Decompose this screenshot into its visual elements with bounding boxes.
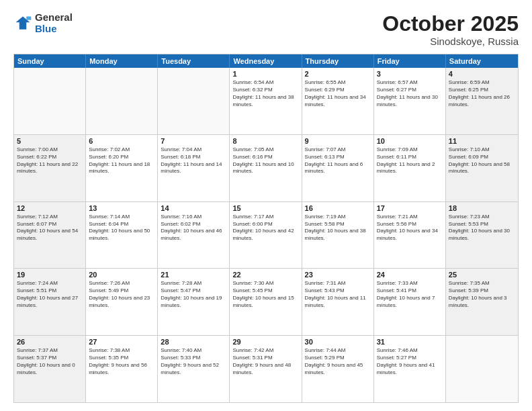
day-number: 21 [161, 271, 226, 279]
cell-info: Sunrise: 6:54 AM Sunset: 6:32 PM Dayligh… [232, 79, 298, 108]
cell-info: Sunrise: 7:33 AM Sunset: 5:41 PM Dayligh… [377, 280, 443, 309]
cell-info: Sunrise: 7:14 AM Sunset: 6:04 PM Dayligh… [89, 214, 154, 242]
day-number: 14 [161, 204, 226, 212]
calendar-cell: 14Sunrise: 7:16 AM Sunset: 6:02 PM Dayli… [158, 202, 230, 269]
cell-info: Sunrise: 7:31 AM Sunset: 5:43 PM Dayligh… [305, 280, 371, 309]
calendar-cell [86, 68, 158, 134]
day-number: 28 [161, 338, 226, 346]
calendar-cell: 22Sunrise: 7:30 AM Sunset: 5:45 PM Dayli… [230, 269, 302, 335]
calendar-cell: 5Sunrise: 7:00 AM Sunset: 6:22 PM Daylig… [14, 135, 86, 201]
calendar-body: 1Sunrise: 6:54 AM Sunset: 6:32 PM Daylig… [14, 68, 518, 402]
cell-info: Sunrise: 7:02 AM Sunset: 6:20 PM Dayligh… [89, 146, 154, 175]
day-number: 15 [232, 204, 298, 212]
calendar-cell [446, 336, 518, 402]
calendar-cell: 15Sunrise: 7:17 AM Sunset: 6:00 PM Dayli… [230, 202, 302, 269]
calendar-cell: 30Sunrise: 7:44 AM Sunset: 5:29 PM Dayli… [302, 336, 374, 402]
day-number: 1 [232, 70, 298, 78]
day-number: 12 [17, 204, 83, 212]
cell-info: Sunrise: 7:16 AM Sunset: 6:02 PM Dayligh… [161, 214, 226, 242]
header: General Blue October 2025 Sinodskoye, Ru… [13, 12, 519, 47]
day-number: 18 [449, 204, 515, 212]
day-number: 17 [377, 204, 443, 212]
cell-info: Sunrise: 7:19 AM Sunset: 5:58 PM Dayligh… [305, 214, 371, 242]
logo-general: General [35, 12, 73, 24]
logo-blue: Blue [35, 24, 73, 35]
calendar-cell: 21Sunrise: 7:28 AM Sunset: 5:47 PM Dayli… [158, 269, 230, 335]
cell-info: Sunrise: 7:12 AM Sunset: 6:07 PM Dayligh… [17, 214, 83, 242]
calendar-cell: 19Sunrise: 7:24 AM Sunset: 5:51 PM Dayli… [14, 269, 86, 335]
day-number: 23 [305, 271, 371, 279]
calendar-cell: 16Sunrise: 7:19 AM Sunset: 5:58 PM Dayli… [302, 202, 374, 269]
day-number: 8 [232, 137, 298, 145]
calendar-cell: 2Sunrise: 6:55 AM Sunset: 6:29 PM Daylig… [302, 68, 374, 134]
cell-info: Sunrise: 7:24 AM Sunset: 5:51 PM Dayligh… [17, 280, 83, 309]
calendar-row: 19Sunrise: 7:24 AM Sunset: 5:51 PM Dayli… [14, 268, 518, 335]
calendar-row: 12Sunrise: 7:12 AM Sunset: 6:07 PM Dayli… [14, 201, 518, 269]
calendar-cell: 6Sunrise: 7:02 AM Sunset: 6:20 PM Daylig… [86, 135, 158, 201]
calendar-cell: 28Sunrise: 7:40 AM Sunset: 5:33 PM Dayli… [158, 336, 230, 402]
calendar-cell: 9Sunrise: 7:07 AM Sunset: 6:13 PM Daylig… [302, 135, 374, 201]
day-number: 10 [377, 137, 443, 145]
cell-info: Sunrise: 7:23 AM Sunset: 5:53 PM Dayligh… [449, 214, 515, 242]
weekday-header: Thursday [302, 54, 374, 68]
calendar: SundayMondayTuesdayWednesdayThursdayFrid… [13, 54, 519, 403]
logo: General Blue [13, 12, 73, 34]
calendar-cell [158, 68, 230, 134]
calendar-cell: 25Sunrise: 7:35 AM Sunset: 5:39 PM Dayli… [446, 269, 518, 335]
calendar-cell: 31Sunrise: 7:46 AM Sunset: 5:27 PM Dayli… [374, 336, 446, 402]
cell-info: Sunrise: 7:17 AM Sunset: 6:00 PM Dayligh… [232, 214, 298, 242]
day-number: 5 [17, 137, 83, 145]
calendar-row: 1Sunrise: 6:54 AM Sunset: 6:32 PM Daylig… [14, 68, 518, 134]
calendar-cell: 29Sunrise: 7:42 AM Sunset: 5:31 PM Dayli… [230, 336, 302, 402]
weekday-header: Sunday [14, 54, 86, 68]
cell-info: Sunrise: 7:09 AM Sunset: 6:11 PM Dayligh… [377, 146, 443, 175]
weekday-header: Friday [374, 54, 446, 68]
logo-text: General Blue [35, 12, 73, 34]
calendar-cell: 12Sunrise: 7:12 AM Sunset: 6:07 PM Dayli… [14, 202, 86, 269]
cell-info: Sunrise: 7:35 AM Sunset: 5:39 PM Dayligh… [449, 280, 515, 309]
calendar-cell: 3Sunrise: 6:57 AM Sunset: 6:27 PM Daylig… [374, 68, 446, 134]
cell-info: Sunrise: 6:59 AM Sunset: 6:25 PM Dayligh… [449, 79, 515, 108]
weekday-header: Monday [86, 54, 158, 68]
calendar-cell: 17Sunrise: 7:21 AM Sunset: 5:56 PM Dayli… [374, 202, 446, 269]
day-number: 11 [449, 137, 515, 145]
cell-info: Sunrise: 7:46 AM Sunset: 5:27 PM Dayligh… [377, 347, 443, 376]
cell-info: Sunrise: 7:28 AM Sunset: 5:47 PM Dayligh… [161, 280, 226, 309]
svg-marker-1 [26, 16, 31, 19]
day-number: 26 [17, 338, 83, 346]
day-number: 30 [305, 338, 371, 346]
cell-info: Sunrise: 7:30 AM Sunset: 5:45 PM Dayligh… [232, 280, 298, 309]
calendar-cell: 20Sunrise: 7:26 AM Sunset: 5:49 PM Dayli… [86, 269, 158, 335]
calendar-header: SundayMondayTuesdayWednesdayThursdayFrid… [14, 54, 518, 68]
calendar-cell: 7Sunrise: 7:04 AM Sunset: 6:18 PM Daylig… [158, 135, 230, 201]
calendar-cell: 10Sunrise: 7:09 AM Sunset: 6:11 PM Dayli… [374, 135, 446, 201]
calendar-cell: 26Sunrise: 7:37 AM Sunset: 5:37 PM Dayli… [14, 336, 86, 402]
logo-icon [13, 14, 32, 33]
page: General Blue October 2025 Sinodskoye, Ru… [0, 0, 532, 411]
calendar-cell: 13Sunrise: 7:14 AM Sunset: 6:04 PM Dayli… [86, 202, 158, 269]
day-number: 9 [305, 137, 371, 145]
day-number: 4 [449, 70, 515, 78]
calendar-cell: 23Sunrise: 7:31 AM Sunset: 5:43 PM Dayli… [302, 269, 374, 335]
cell-info: Sunrise: 7:40 AM Sunset: 5:33 PM Dayligh… [161, 347, 226, 376]
cell-info: Sunrise: 7:38 AM Sunset: 5:35 PM Dayligh… [89, 347, 154, 376]
cell-info: Sunrise: 6:57 AM Sunset: 6:27 PM Dayligh… [377, 79, 443, 108]
weekday-header: Saturday [446, 54, 518, 68]
calendar-cell: 18Sunrise: 7:23 AM Sunset: 5:53 PM Dayli… [446, 202, 518, 269]
cell-info: Sunrise: 7:04 AM Sunset: 6:18 PM Dayligh… [161, 146, 226, 175]
calendar-cell: 11Sunrise: 7:10 AM Sunset: 6:09 PM Dayli… [446, 135, 518, 201]
day-number: 24 [377, 271, 443, 279]
cell-info: Sunrise: 7:21 AM Sunset: 5:56 PM Dayligh… [377, 214, 443, 242]
cell-info: Sunrise: 7:10 AM Sunset: 6:09 PM Dayligh… [449, 146, 515, 175]
day-number: 29 [232, 338, 298, 346]
day-number: 3 [377, 70, 443, 78]
cell-info: Sunrise: 7:00 AM Sunset: 6:22 PM Dayligh… [17, 146, 83, 175]
calendar-row: 26Sunrise: 7:37 AM Sunset: 5:37 PM Dayli… [14, 335, 518, 402]
calendar-cell: 4Sunrise: 6:59 AM Sunset: 6:25 PM Daylig… [446, 68, 518, 134]
day-number: 19 [17, 271, 83, 279]
day-number: 13 [89, 204, 154, 212]
day-number: 7 [161, 137, 226, 145]
calendar-row: 5Sunrise: 7:00 AM Sunset: 6:22 PM Daylig… [14, 134, 518, 201]
calendar-cell [14, 68, 86, 134]
calendar-cell: 24Sunrise: 7:33 AM Sunset: 5:41 PM Dayli… [374, 269, 446, 335]
